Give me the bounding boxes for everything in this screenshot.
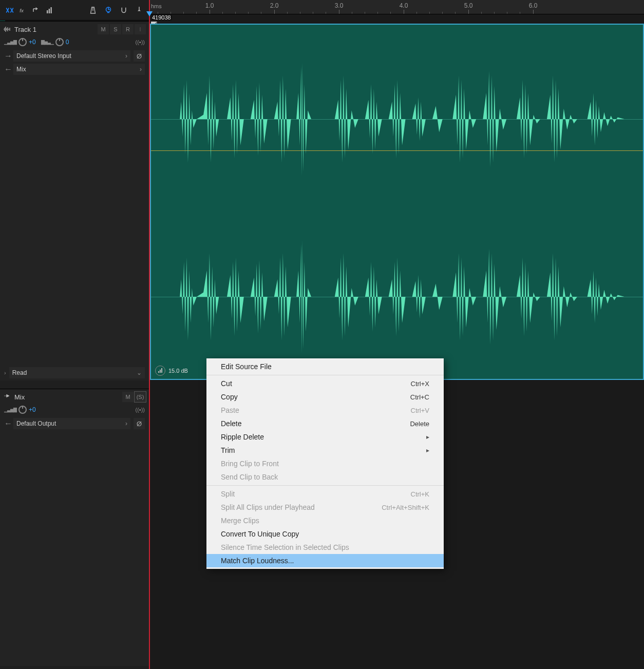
clip-gain-value: 15.0 dB — [168, 368, 188, 374]
menu-item[interactable]: Convert To Unique Copy — [206, 527, 444, 541]
volume-value: +0 — [29, 406, 36, 413]
track-inspector-panel: fx Track 1 M S R I — [0, 0, 149, 669]
menu-item: Silence Time Selection in Selected Clips — [206, 541, 444, 554]
volume-value: +0 — [29, 39, 36, 46]
volume-knob-icon — [18, 38, 27, 46]
ruler-unit-label: hms — [151, 3, 162, 9]
automation-mode-label: Read — [12, 369, 27, 376]
svg-text:fx: fx — [20, 7, 24, 13]
menu-item: Send Clip to Back — [206, 470, 444, 484]
mix-track-name[interactable]: Mix — [14, 393, 119, 401]
output-select[interactable]: Default Output › — [13, 418, 130, 429]
input-select[interactable]: Default Stereo Input › — [13, 50, 130, 62]
menu-item[interactable]: CutCtrl+X — [206, 377, 444, 390]
playhead[interactable] — [149, 0, 150, 669]
menu-item[interactable]: Match Clip Loudness... — [206, 554, 444, 567]
volume-bars-icon: ▁▃▅▇ — [4, 40, 16, 45]
waveform-channel-left — [151, 32, 643, 206]
svg-rect-7 — [161, 368, 162, 373]
crossfade-tool[interactable] — [3, 4, 16, 17]
pin-tool[interactable] — [132, 4, 146, 17]
output-label: Mix — [16, 66, 26, 73]
record-button[interactable]: R — [122, 24, 134, 34]
phase-button[interactable]: Ø — [134, 50, 145, 62]
output-arrow-icon: ← — [4, 419, 10, 428]
chevron-right-icon[interactable]: › — [4, 370, 6, 376]
stereo-icon: ((•)) — [135, 39, 145, 45]
input-arrow-icon: → — [4, 51, 10, 61]
waveform-channel-right — [151, 209, 643, 384]
output-select[interactable]: Mix › — [13, 64, 145, 75]
output-arrow-icon: ← — [4, 65, 10, 74]
menu-item[interactable]: DeleteDelete — [206, 417, 444, 430]
pan-control[interactable]: ▇▅▃▁ 0 — [41, 38, 69, 46]
menu-item: Split All Clips under PlayheadCtrl+Alt+S… — [206, 501, 444, 514]
clip-region[interactable]: 419038 15.0 dB — [149, 14, 644, 380]
svg-rect-3 — [51, 7, 52, 13]
volume-control[interactable]: ▁▃▅▇ +0 — [4, 38, 36, 46]
menu-separator — [206, 485, 444, 486]
mute-button[interactable]: M — [122, 392, 134, 402]
svg-rect-5 — [158, 371, 159, 373]
volume-bars-icon: ▁▃▅▇ — [4, 407, 16, 412]
pan-bars-icon: ▇▅▃▁ — [41, 40, 53, 45]
chevron-right-icon: › — [125, 52, 127, 60]
envelope-send-tool[interactable] — [30, 4, 43, 17]
menu-item: Bring Clip to Front — [206, 457, 444, 470]
audio-clip[interactable]: 15.0 dB — [150, 24, 644, 380]
menu-item: PasteCtrl+V — [206, 404, 444, 417]
phase-button[interactable]: Ø — [134, 418, 145, 429]
mute-button[interactable]: M — [98, 24, 109, 34]
waveform-icon — [3, 26, 11, 32]
input-monitor-button[interactable]: I — [135, 24, 146, 34]
time-ruler[interactable]: hms 1.02.03.04.05.06.0 — [149, 0, 644, 14]
eq-tool[interactable] — [43, 4, 56, 17]
menu-item[interactable]: Trim▸ — [206, 444, 444, 457]
snap-tool[interactable] — [117, 4, 130, 17]
mix-output-icon — [3, 392, 11, 402]
menu-item[interactable]: Edit Source File — [206, 360, 444, 373]
fx-tool[interactable]: fx — [16, 4, 30, 17]
solo-button[interactable]: (S) — [135, 392, 146, 402]
inspector-toolbar: fx — [0, 0, 149, 21]
clip-gain-badge[interactable]: 15.0 dB — [155, 366, 188, 376]
track-1-panel: Track 1 M S R I ▁▃▅▇ +0 ▇▅▃▁ 0 — [0, 21, 149, 380]
track-name[interactable]: Track 1 — [14, 26, 94, 33]
svg-rect-1 — [47, 10, 48, 13]
input-label: Default Stereo Input — [16, 52, 71, 60]
menu-item: SplitCtrl+K — [206, 487, 444, 501]
svg-rect-2 — [49, 9, 50, 13]
stereo-icon: ((•)) — [135, 407, 145, 413]
chevron-right-icon: › — [140, 66, 142, 73]
clip-filename-label: 419038 — [151, 14, 172, 21]
pan-knob-icon — [55, 38, 64, 46]
mix-track-panel: Mix M (S) ▁▃▅▇ +0 ((•)) ← Default Output — [0, 389, 149, 666]
clip-context-menu: Edit Source FileCutCtrl+XCopyCtrl+CPaste… — [206, 358, 444, 569]
chevron-right-icon: › — [125, 420, 127, 427]
chevron-down-icon: ⌄ — [137, 369, 142, 376]
gain-badge-icon — [155, 366, 165, 376]
solo-button[interactable]: S — [110, 24, 121, 34]
volume-knob-icon — [18, 406, 27, 414]
svg-rect-6 — [160, 370, 161, 373]
automation-mode-select[interactable]: Read ⌄ — [9, 367, 145, 378]
menu-item[interactable]: Ripple Delete▸ — [206, 430, 444, 444]
menu-item: Merge Clips — [206, 514, 444, 527]
volume-control[interactable]: ▁▃▅▇ +0 — [4, 406, 36, 414]
menu-item[interactable]: CopyCtrl+C — [206, 390, 444, 404]
output-label: Default Output — [16, 420, 56, 427]
menu-separator — [206, 375, 444, 375]
metronome-tool[interactable] — [86, 4, 100, 17]
pan-value: 0 — [66, 39, 69, 46]
prelisten-tool[interactable] — [102, 4, 115, 17]
